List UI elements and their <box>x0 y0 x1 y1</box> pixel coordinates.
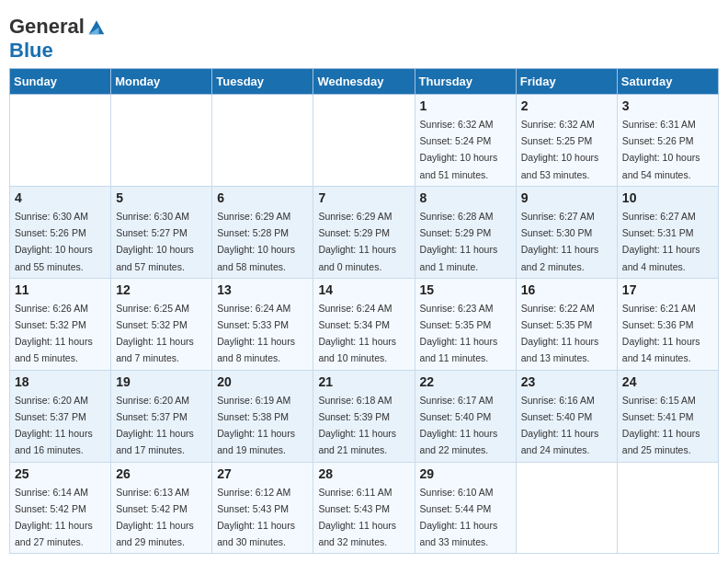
day-header-tuesday: Tuesday <box>212 69 313 95</box>
day-number: 29 <box>420 466 511 481</box>
calendar-cell: 11Sunrise: 6:26 AMSunset: 5:32 PMDayligh… <box>10 278 111 370</box>
day-info: Sunrise: 6:20 AMSunset: 5:37 PMDaylight:… <box>15 395 93 456</box>
day-number: 14 <box>318 282 409 297</box>
page-header: GeneralBlue <box>9 9 719 63</box>
calendar-cell: 5Sunrise: 6:30 AMSunset: 5:27 PMDaylight… <box>111 186 212 278</box>
day-number: 5 <box>116 190 207 205</box>
day-info: Sunrise: 6:28 AMSunset: 5:29 PMDaylight:… <box>420 211 498 272</box>
day-info: Sunrise: 6:15 AMSunset: 5:41 PMDaylight:… <box>622 395 700 456</box>
calendar-cell: 15Sunrise: 6:23 AMSunset: 5:35 PMDayligh… <box>415 278 516 370</box>
calendar-week-row: 11Sunrise: 6:26 AMSunset: 5:32 PMDayligh… <box>10 278 719 370</box>
calendar-header-row: SundayMondayTuesdayWednesdayThursdayFrid… <box>10 69 719 95</box>
day-info: Sunrise: 6:23 AMSunset: 5:35 PMDaylight:… <box>420 303 498 364</box>
calendar-cell: 1Sunrise: 6:32 AMSunset: 5:24 PMDaylight… <box>415 95 516 187</box>
day-header-thursday: Thursday <box>415 69 516 95</box>
calendar-cell: 13Sunrise: 6:24 AMSunset: 5:33 PMDayligh… <box>212 278 313 370</box>
logo-icon <box>87 17 106 36</box>
calendar-cell <box>10 95 111 187</box>
day-info: Sunrise: 6:18 AMSunset: 5:39 PMDaylight:… <box>318 395 396 456</box>
day-number: 28 <box>318 466 409 481</box>
calendar-cell <box>617 462 718 554</box>
day-number: 21 <box>318 374 409 389</box>
day-number: 7 <box>318 190 409 205</box>
calendar-cell: 19Sunrise: 6:20 AMSunset: 5:37 PMDayligh… <box>111 370 212 462</box>
day-info: Sunrise: 6:27 AMSunset: 5:31 PMDaylight:… <box>622 211 700 272</box>
calendar-week-row: 4Sunrise: 6:30 AMSunset: 5:26 PMDaylight… <box>10 186 719 278</box>
calendar-cell: 8Sunrise: 6:28 AMSunset: 5:29 PMDaylight… <box>415 186 516 278</box>
logo-blue: Blue <box>9 39 53 62</box>
day-info: Sunrise: 6:29 AMSunset: 5:28 PMDaylight:… <box>217 211 295 272</box>
day-number: 17 <box>622 282 713 297</box>
day-info: Sunrise: 6:30 AMSunset: 5:27 PMDaylight:… <box>116 211 194 272</box>
day-number: 11 <box>15 282 106 297</box>
day-header-sunday: Sunday <box>10 69 111 95</box>
day-number: 20 <box>217 374 308 389</box>
day-number: 26 <box>116 466 207 481</box>
day-number: 13 <box>217 282 308 297</box>
day-number: 8 <box>420 190 511 205</box>
day-info: Sunrise: 6:20 AMSunset: 5:37 PMDaylight:… <box>116 395 194 456</box>
day-info: Sunrise: 6:32 AMSunset: 5:24 PMDaylight:… <box>420 119 498 180</box>
calendar-cell: 23Sunrise: 6:16 AMSunset: 5:40 PMDayligh… <box>516 370 617 462</box>
day-info: Sunrise: 6:24 AMSunset: 5:33 PMDaylight:… <box>217 303 295 364</box>
day-number: 22 <box>420 374 511 389</box>
day-info: Sunrise: 6:22 AMSunset: 5:35 PMDaylight:… <box>521 303 599 364</box>
calendar-cell: 18Sunrise: 6:20 AMSunset: 5:37 PMDayligh… <box>10 370 111 462</box>
day-number: 16 <box>521 282 612 297</box>
day-info: Sunrise: 6:17 AMSunset: 5:40 PMDaylight:… <box>420 395 498 456</box>
calendar-table: SundayMondayTuesdayWednesdayThursdayFrid… <box>9 68 719 554</box>
calendar-cell <box>111 95 212 187</box>
day-info: Sunrise: 6:32 AMSunset: 5:25 PMDaylight:… <box>521 119 599 180</box>
day-number: 15 <box>420 282 511 297</box>
calendar-cell: 28Sunrise: 6:11 AMSunset: 5:43 PMDayligh… <box>313 462 415 554</box>
day-info: Sunrise: 6:19 AMSunset: 5:38 PMDaylight:… <box>217 395 295 456</box>
calendar-cell: 12Sunrise: 6:25 AMSunset: 5:32 PMDayligh… <box>111 278 212 370</box>
day-info: Sunrise: 6:10 AMSunset: 5:44 PMDaylight:… <box>420 487 498 548</box>
day-info: Sunrise: 6:16 AMSunset: 5:40 PMDaylight:… <box>521 395 599 456</box>
logo: GeneralBlue <box>9 15 107 63</box>
day-info: Sunrise: 6:26 AMSunset: 5:32 PMDaylight:… <box>15 303 93 364</box>
calendar-cell: 29Sunrise: 6:10 AMSunset: 5:44 PMDayligh… <box>415 462 516 554</box>
day-number: 25 <box>15 466 106 481</box>
day-info: Sunrise: 6:27 AMSunset: 5:30 PMDaylight:… <box>521 211 599 272</box>
day-info: Sunrise: 6:29 AMSunset: 5:29 PMDaylight:… <box>318 211 396 272</box>
calendar-cell: 9Sunrise: 6:27 AMSunset: 5:30 PMDaylight… <box>516 186 617 278</box>
calendar-cell: 16Sunrise: 6:22 AMSunset: 5:35 PMDayligh… <box>516 278 617 370</box>
calendar-cell: 27Sunrise: 6:12 AMSunset: 5:43 PMDayligh… <box>212 462 313 554</box>
calendar-cell: 4Sunrise: 6:30 AMSunset: 5:26 PMDaylight… <box>10 186 111 278</box>
calendar-cell: 24Sunrise: 6:15 AMSunset: 5:41 PMDayligh… <box>617 370 718 462</box>
day-info: Sunrise: 6:13 AMSunset: 5:42 PMDaylight:… <box>116 487 194 548</box>
day-number: 9 <box>521 190 612 205</box>
day-number: 4 <box>15 190 106 205</box>
day-info: Sunrise: 6:12 AMSunset: 5:43 PMDaylight:… <box>217 487 295 548</box>
day-info: Sunrise: 6:31 AMSunset: 5:26 PMDaylight:… <box>622 119 700 180</box>
day-info: Sunrise: 6:14 AMSunset: 5:42 PMDaylight:… <box>15 487 93 548</box>
calendar-cell: 14Sunrise: 6:24 AMSunset: 5:34 PMDayligh… <box>313 278 415 370</box>
day-number: 23 <box>521 374 612 389</box>
day-info: Sunrise: 6:30 AMSunset: 5:26 PMDaylight:… <box>15 211 93 272</box>
calendar-cell: 17Sunrise: 6:21 AMSunset: 5:36 PMDayligh… <box>617 278 718 370</box>
calendar-cell <box>313 95 415 187</box>
calendar-week-row: 25Sunrise: 6:14 AMSunset: 5:42 PMDayligh… <box>10 462 719 554</box>
day-number: 24 <box>622 374 713 389</box>
day-number: 19 <box>116 374 207 389</box>
calendar-cell: 22Sunrise: 6:17 AMSunset: 5:40 PMDayligh… <box>415 370 516 462</box>
calendar-cell: 20Sunrise: 6:19 AMSunset: 5:38 PMDayligh… <box>212 370 313 462</box>
day-info: Sunrise: 6:11 AMSunset: 5:43 PMDaylight:… <box>318 487 396 548</box>
calendar-week-row: 18Sunrise: 6:20 AMSunset: 5:37 PMDayligh… <box>10 370 719 462</box>
day-header-friday: Friday <box>516 69 617 95</box>
calendar-cell: 3Sunrise: 6:31 AMSunset: 5:26 PMDaylight… <box>617 95 718 187</box>
day-number: 1 <box>420 98 511 113</box>
day-number: 6 <box>217 190 308 205</box>
logo-general: General <box>9 15 85 39</box>
calendar-cell: 26Sunrise: 6:13 AMSunset: 5:42 PMDayligh… <box>111 462 212 554</box>
calendar-cell: 25Sunrise: 6:14 AMSunset: 5:42 PMDayligh… <box>10 462 111 554</box>
calendar-cell <box>516 462 617 554</box>
day-number: 2 <box>521 98 612 113</box>
day-info: Sunrise: 6:25 AMSunset: 5:32 PMDaylight:… <box>116 303 194 364</box>
day-info: Sunrise: 6:24 AMSunset: 5:34 PMDaylight:… <box>318 303 396 364</box>
day-number: 3 <box>622 98 713 113</box>
day-header-monday: Monday <box>111 69 212 95</box>
calendar-week-row: 1Sunrise: 6:32 AMSunset: 5:24 PMDaylight… <box>10 95 719 187</box>
calendar-cell <box>212 95 313 187</box>
